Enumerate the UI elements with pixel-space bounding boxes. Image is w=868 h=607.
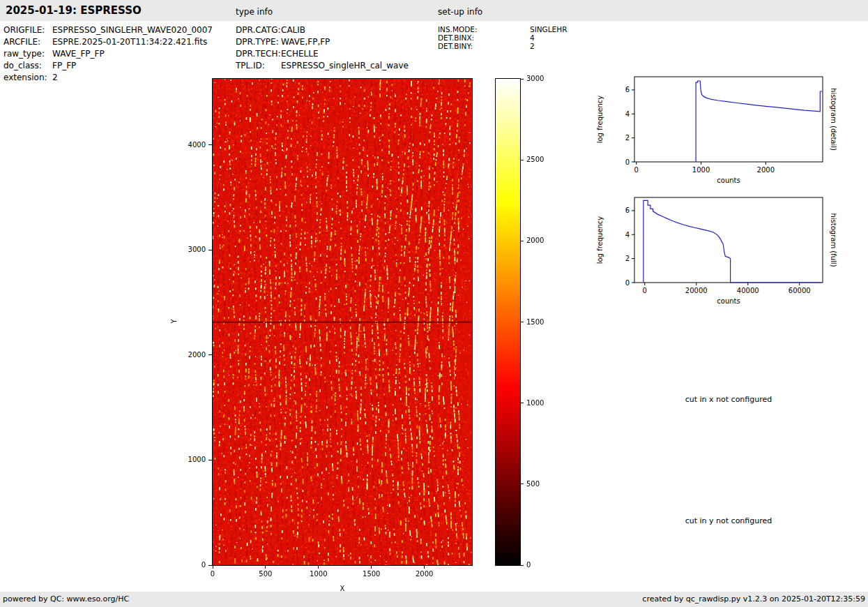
file-info-row: extension:2 xyxy=(3,73,58,82)
cut-x-message: cut in x not configured xyxy=(634,395,823,404)
type-info-row: DPR.TECH:ECHELLE xyxy=(236,49,319,59)
field-value: WAVE,FP,FP xyxy=(281,37,330,47)
field-value: ESPRE.2025-01-20T11:34:22.421.fits xyxy=(52,37,207,47)
footer-left-text: powered by QC: www.eso.org/HC xyxy=(3,592,129,607)
y-axis-label: log frequency xyxy=(596,216,604,264)
x-tick xyxy=(371,566,372,569)
y-tick xyxy=(208,354,212,355)
x-tick xyxy=(424,566,425,569)
field-label: DET.BINY: xyxy=(438,42,530,50)
y-tick-label: 3000 xyxy=(178,246,206,253)
field-value: ECHELLE xyxy=(281,49,319,59)
setup-info-heading: set-up info xyxy=(438,7,482,17)
y-tick xyxy=(208,144,212,145)
y-tick-label: 4000 xyxy=(178,141,206,149)
colorbar-tick xyxy=(521,79,524,80)
field-label: DPR.CATG: xyxy=(236,25,281,35)
x-tick-label: 2000 xyxy=(411,570,439,578)
colorbar-tick xyxy=(521,160,524,160)
type-info-row: DPR.CATG:CALIB xyxy=(236,25,305,35)
setup-info-row: DET.BINY:2 xyxy=(438,42,535,50)
x-axis-label: counts xyxy=(717,297,740,305)
colorbar-tick-label: 3000 xyxy=(526,75,554,82)
file-info-row: ORIGFILE:ESPRESSO_SINGLEHR_WAVE020_0007 xyxy=(3,25,213,35)
plot-side-label: histogram (detail) xyxy=(830,88,837,151)
field-label: extension: xyxy=(3,73,52,82)
histogram-full-plot: 02000040000600000246countslog frequencyh… xyxy=(593,190,837,313)
x-tick-label: 0 xyxy=(199,570,227,578)
x-tick xyxy=(265,566,266,569)
y-tick xyxy=(208,460,212,460)
y-axis-label: Y xyxy=(170,319,178,323)
histogram-detail-plot: 0100020000246countslog frequencyhistogra… xyxy=(593,70,837,192)
x-tick-label: 20000 xyxy=(685,287,708,294)
plot-frame xyxy=(634,197,823,283)
plot-frame xyxy=(634,77,823,162)
y-tick-label: 6 xyxy=(625,207,630,214)
setup-info-row: INS.MODE:SINGLEHR xyxy=(438,25,567,33)
qc-report-page: { "header": { "title": "2025-01-19: ESPR… xyxy=(0,0,868,607)
plot-side-label: histogram (full) xyxy=(830,213,837,267)
y-tick-label: 1000 xyxy=(178,456,206,463)
y-tick-label: 4 xyxy=(625,231,630,239)
footer-bar: powered by QC: www.eso.org/HC created by… xyxy=(0,592,868,607)
field-label: TPL.ID: xyxy=(236,61,281,70)
colorbar-tick xyxy=(521,322,524,322)
y-tick-label: 0 xyxy=(625,158,630,166)
x-tick-label: 500 xyxy=(252,570,280,578)
colorbar-tick-label: 1000 xyxy=(526,399,554,407)
type-info-heading: type info xyxy=(236,7,273,17)
field-label: ORIGFILE: xyxy=(3,25,52,35)
colorbar-tick-label: 0 xyxy=(526,561,554,569)
field-label: DPR.TYPE: xyxy=(236,37,281,47)
y-tick-label: 6 xyxy=(625,86,630,93)
y-tick xyxy=(208,250,212,250)
colorbar-tick xyxy=(521,241,524,241)
file-info-row: raw_type:WAVE_FP_FP xyxy=(3,49,105,59)
x-tick-label: 1500 xyxy=(358,570,386,578)
colorbar-tick xyxy=(521,565,524,566)
field-label: raw_type: xyxy=(3,49,52,59)
y-tick-label: 0 xyxy=(178,561,206,569)
x-tick xyxy=(318,566,319,569)
field-value: ESPRESSO_SINGLEHR_WAVE020_0007 xyxy=(52,25,213,35)
y-axis-label: log frequency xyxy=(596,96,604,144)
x-tick-label: 2000 xyxy=(757,166,775,174)
field-value: WAVE_FP_FP xyxy=(52,49,105,59)
x-tick-label: 0 xyxy=(634,166,639,174)
colorbar-tick-label: 2000 xyxy=(526,237,554,244)
field-value: CALIB xyxy=(281,25,305,35)
header-bar: 2025-01-19: ESPRESSO type info set-up in… xyxy=(0,0,868,21)
y-tick-label: 4 xyxy=(625,110,630,118)
x-tick-label: 1000 xyxy=(305,570,333,578)
heatmap-canvas xyxy=(213,79,472,565)
y-tick xyxy=(208,565,212,566)
field-value: ESPRESSO_singleHR_cal_wave xyxy=(281,61,409,70)
setup-info-row: DET.BINX:4 xyxy=(438,33,535,42)
y-tick-label: 2000 xyxy=(178,351,206,359)
type-info-row: DPR.TYPE:WAVE,FP,FP xyxy=(236,37,330,47)
x-tick-label: 1000 xyxy=(692,166,710,174)
field-value: 2 xyxy=(530,42,535,50)
x-axis-label: counts xyxy=(717,177,740,184)
file-info-row: do_class:FP_FP xyxy=(3,61,76,70)
colorbar-tick-label: 2500 xyxy=(526,156,554,163)
field-value: FP_FP xyxy=(52,61,76,70)
field-value: SINGLEHR xyxy=(530,25,567,33)
footer-right-text: created by qc_rawdisp.py v1.2.3 on 2025-… xyxy=(642,592,865,607)
y-tick-label: 0 xyxy=(625,279,630,287)
file-info-row: ARCFILE:ESPRE.2025-01-20T11:34:22.421.fi… xyxy=(3,37,207,47)
type-info-row: TPL.ID:ESPRESSO_singleHR_cal_wave xyxy=(236,61,409,70)
y-tick-label: 2 xyxy=(625,255,630,262)
field-value: 4 xyxy=(530,33,535,42)
cut-y-message: cut in y not configured xyxy=(634,516,823,525)
field-label: DET.BINX: xyxy=(438,33,530,42)
field-label: INS.MODE: xyxy=(438,25,530,33)
raw-frame-plot xyxy=(212,78,473,566)
field-label: ARCFILE: xyxy=(3,37,52,47)
colorbar-tick-label: 1500 xyxy=(526,318,554,326)
x-tick-label: 60000 xyxy=(789,287,811,294)
x-tick xyxy=(213,566,213,569)
page-title: 2025-01-19: ESPRESSO xyxy=(6,4,142,17)
colorbar-tick xyxy=(521,484,524,484)
